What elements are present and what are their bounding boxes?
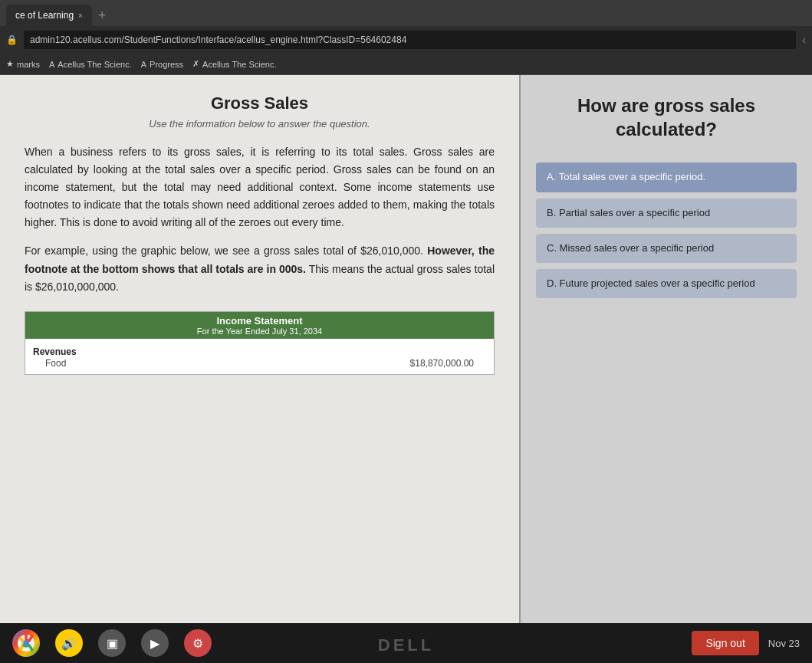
- left-panel: Gross Sales Use the information below to…: [0, 75, 521, 623]
- monitor-icon[interactable]: ▣: [98, 629, 126, 657]
- acellus-icon-1: A: [49, 60, 54, 69]
- address-bar-row: 🔒 ‹: [0, 26, 812, 54]
- answer-option-c[interactable]: C. Missed sales over a specific period: [536, 234, 797, 263]
- bookmark-acellus1-label: Acellus The Scienc.: [58, 60, 131, 69]
- sound-icon[interactable]: 🔊: [55, 629, 83, 657]
- bookmark-acellus1[interactable]: A Acellus The Scienc.: [49, 60, 132, 69]
- tab-bar: ce of Learning × +: [0, 0, 812, 26]
- right-panel: How are gross sales calculated? A. Total…: [521, 75, 812, 623]
- body-paragraph-2: For example, using the graphic below, we…: [25, 242, 495, 295]
- lock-icon: 🔒: [6, 34, 18, 45]
- nav-chevron[interactable]: ‹: [802, 34, 806, 46]
- bookmarks-bar: ★ marks A Acellus The Scienc. A Progress…: [0, 54, 812, 75]
- taskbar-right: Sign out Nov 23: [692, 631, 800, 655]
- income-statement: Income Statement For the Year Ended July…: [25, 311, 495, 375]
- panel-body: When a business refers to its gross sale…: [25, 143, 495, 296]
- dell-label: DELL: [378, 635, 434, 655]
- body-para2-prefix: For example, using the graphic below, we…: [25, 245, 427, 257]
- bookmark-progress[interactable]: A Progress: [141, 60, 183, 69]
- income-row-label: Food: [45, 358, 66, 369]
- main-content: Gross Sales Use the information below to…: [0, 75, 812, 623]
- play-icon[interactable]: ▶: [141, 629, 169, 657]
- sign-out-button[interactable]: Sign out: [692, 631, 758, 655]
- svg-point-2: [24, 641, 29, 646]
- income-statement-subtitle: For the Year Ended July 31, 2034: [28, 327, 491, 336]
- answer-option-d[interactable]: D. Future projected sales over a specifi…: [536, 269, 797, 298]
- income-statement-body: Revenues Food $18,870,000.00: [25, 339, 494, 374]
- bookmark-marks-label: marks: [17, 60, 40, 69]
- progress-icon: A: [141, 60, 146, 69]
- panel-title: Gross Sales: [25, 94, 495, 113]
- income-section-label: Revenues: [33, 346, 486, 357]
- income-statement-title: Income Statement: [28, 315, 491, 327]
- chrome-icon[interactable]: [12, 629, 40, 657]
- income-statement-header: Income Statement For the Year Ended July…: [25, 312, 494, 339]
- bookmark-acellus2[interactable]: ✗ Acellus The Scienc.: [192, 59, 276, 69]
- active-tab[interactable]: ce of Learning ×: [6, 5, 92, 26]
- settings-icon[interactable]: ⚙: [184, 629, 212, 657]
- tab-label: ce of Learning: [15, 10, 74, 21]
- body-paragraph-1: When a business refers to its gross sale…: [25, 143, 495, 231]
- taskbar-date: Nov 23: [768, 638, 800, 649]
- star-icon: ★: [6, 59, 14, 69]
- tab-close-button[interactable]: ×: [78, 11, 83, 20]
- taskbar-left: 🔊 ▣ ▶ ⚙: [12, 629, 212, 657]
- panel-subtitle: Use the information below to answer the …: [25, 118, 495, 130]
- income-row-value: $18,870,000.00: [410, 358, 474, 369]
- question-title: How are gross sales calculated?: [536, 94, 797, 141]
- browser-chrome: ce of Learning × + 🔒 ‹ ★ marks A Acellus…: [0, 0, 812, 75]
- acellus-icon-2: ✗: [192, 59, 199, 69]
- income-row: Food $18,870,000.00: [33, 357, 486, 369]
- bookmark-marks[interactable]: ★ marks: [6, 59, 40, 69]
- answer-option-a[interactable]: A. Total sales over a specific period.: [536, 162, 797, 192]
- address-input[interactable]: [24, 31, 796, 49]
- answer-option-b[interactable]: B. Partial sales over a specific period: [536, 199, 797, 228]
- new-tab-button[interactable]: +: [98, 8, 107, 24]
- bookmark-acellus2-label: Acellus The Scienc.: [202, 60, 276, 69]
- bookmark-progress-label: Progress: [150, 60, 183, 69]
